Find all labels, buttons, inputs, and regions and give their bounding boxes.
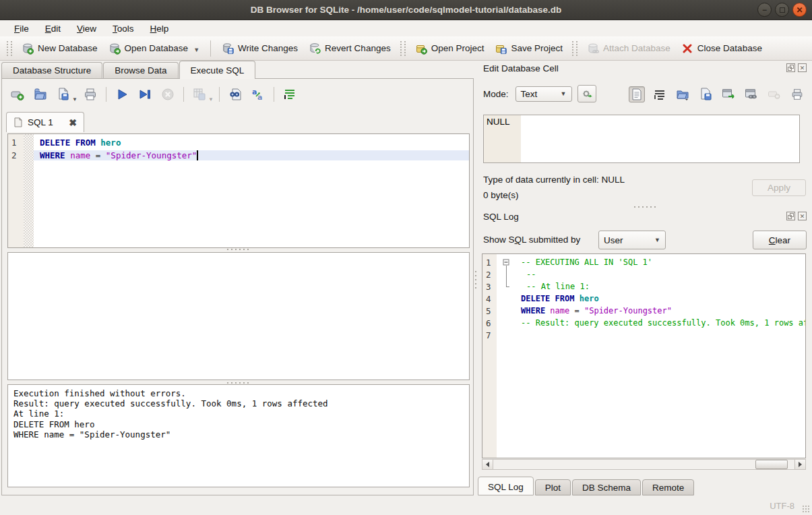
menu-view[interactable]: View [69,22,104,35]
word-wrap-button[interactable] [652,86,668,102]
save-sql-dropdown-icon[interactable]: ▼ [72,96,77,104]
word-wrap-button[interactable] [280,85,300,104]
cell-value: NULL [487,117,510,127]
tab-remote[interactable]: Remote [642,479,694,495]
close-database-button[interactable]: Close Database [676,40,768,57]
tab-sql-log[interactable]: SQL Log [478,477,534,495]
open-database-button[interactable]: Open Database ▼ [103,40,206,57]
float-dock-icon[interactable] [786,212,795,220]
open-database-dropdown-icon[interactable]: ▼ [193,47,199,55]
execute-current-line-button[interactable] [135,85,155,104]
dock-splitter[interactable] [633,206,657,208]
open-new-tab-icon [10,87,25,102]
sql-editor-toolbar: ▼ [7,84,300,104]
float-dock-icon[interactable] [786,63,795,72]
dock-tab-bar: SQL Log Plot DB Schema Remote [478,477,695,495]
toolbar-drag-handle[interactable] [400,41,406,56]
execute-sql-panel: ▼ [1,78,474,495]
find-replace-button[interactable]: a a [248,85,268,104]
arrow-left-icon [486,462,489,467]
open-new-tab-button[interactable] [7,85,28,104]
editor-results-splitter[interactable] [226,248,250,251]
sql-tab[interactable]: SQL 1 ✖ [6,112,84,132]
sql-log-view[interactable]: 1-- EXECUTING ALL IN 'SQL 1'2--3-- At li… [482,253,806,458]
print-cell-button[interactable] [789,86,805,102]
scroll-right-button[interactable] [794,460,805,469]
close-database-icon [681,42,693,55]
cell-mode-row: Mode: Text ▼ [483,85,596,102]
minimize-button[interactable]: − [757,3,772,17]
submitted-by-combobox[interactable]: User ▼ [598,231,666,249]
open-sql-file-icon [33,87,48,102]
tab-browse-data[interactable]: Browse Data [103,62,178,79]
save-project-button[interactable]: Save Project [489,40,568,57]
sql-editor[interactable]: 1DELETE FROM hero2WHERE name = "Spider-Y… [7,133,470,248]
cell-value-editor[interactable]: NULL [483,115,800,163]
sql-log-filter-row: Show SQL submitted by User ▼ Clear [483,231,807,249]
log-horizontal-scrollbar[interactable] [482,459,806,470]
revert-changes-button[interactable]: Revert Changes [303,40,396,57]
resize-grip-icon[interactable] [802,505,810,513]
tab-execute-sql[interactable]: Execute SQL [179,61,256,79]
print-icon [83,87,98,102]
open-database-icon [108,42,121,55]
main-vertical-splitter[interactable] [474,270,477,290]
maximize-button[interactable] [775,3,789,17]
edit-cell-dock-buttons: ✕ [786,63,807,72]
menu-edit[interactable]: Edit [38,22,68,35]
print-button[interactable] [80,85,100,104]
results-grid[interactable] [7,252,470,380]
close-dock-icon[interactable]: ✕ [798,212,807,220]
encoding-indicator[interactable]: UTF-8 [770,501,794,511]
menu-file[interactable]: File [7,22,36,35]
export-data-button[interactable] [697,86,714,102]
titlebar: DB Browser for SQLite - /home/user/code/… [0,0,812,20]
arrow-right-icon [799,462,802,467]
stop-button [158,85,178,104]
scroll-left-button[interactable] [482,460,493,469]
word-wrap-icon [654,89,666,100]
open-external-icon [722,88,735,100]
menu-help[interactable]: Help [143,22,177,35]
write-changes-button[interactable]: Write Changes [216,40,303,57]
write-changes-icon [222,42,234,55]
editor-code-area[interactable]: 1DELETE FROM hero2WHERE name = "Spider-Y… [8,136,469,162]
copy-link-button[interactable] [743,86,759,102]
sql-tab-close-icon[interactable]: ✖ [69,117,77,128]
menu-tools[interactable]: Tools [105,22,142,35]
scrollbar-track[interactable] [493,460,794,469]
execution-message-box[interactable]: Execution finished without errors.Result… [7,384,470,487]
auto-mode-button[interactable] [577,85,596,102]
right-dock: Edit Database Cell ✕ Mode: Text ▼ [478,61,812,496]
tab-plot[interactable]: Plot [535,479,571,495]
edit-cell-dock-title: Edit Database Cell [483,63,559,73]
main-toolbar: New Database Open Database ▼ Write C [0,36,812,61]
stop-icon [160,87,175,102]
save-results-dropdown-icon: ▼ [208,96,214,104]
new-database-button[interactable]: New Database [16,40,103,57]
set-null-button [766,86,782,102]
copy-link-icon [745,88,758,100]
close-button[interactable]: ✕ [792,3,807,17]
import-data-button[interactable] [675,86,691,102]
toolbar-drag-handle[interactable] [572,41,577,56]
word-wrap-icon [282,87,297,102]
execute-all-button[interactable] [112,85,132,104]
clear-log-button[interactable]: Clear [753,231,807,249]
save-sql-file-button[interactable] [53,85,73,104]
export-data-icon [699,88,712,101]
text-mode-button[interactable] [629,86,645,102]
toolbar-drag-handle[interactable] [7,41,12,56]
chevron-down-icon: ▼ [561,90,567,97]
open-external-button[interactable] [720,86,737,102]
scrollbar-thumb[interactable] [755,460,788,469]
open-project-button[interactable]: Open Project [410,40,490,57]
save-sql-file-icon [56,87,71,102]
close-dock-icon[interactable]: ✕ [798,63,807,72]
tab-database-structure[interactable]: Database Structure [1,62,102,79]
open-sql-file-button[interactable] [30,85,51,104]
find-button[interactable] [225,85,245,104]
mode-combobox[interactable]: Text ▼ [516,86,572,102]
gear-icon [582,88,592,99]
tab-db-schema[interactable]: DB Schema [572,479,641,495]
